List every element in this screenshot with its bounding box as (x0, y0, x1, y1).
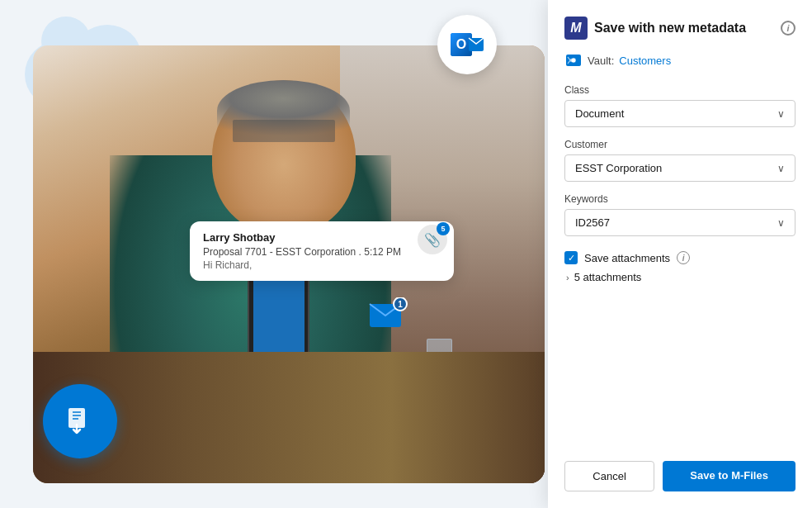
save-attachments-checkbox[interactable]: ✓ (564, 251, 578, 264)
left-content: O Larry Shotbay Proposal 7701 - ESST Cor… (0, 0, 548, 508)
save-button[interactable]: Save to M-Files (663, 461, 795, 491)
panel-title: Save with new metadata (594, 21, 774, 36)
envelope-badge: 1 (367, 297, 408, 330)
save-attachments-row: ✓ Save attachments i (564, 251, 795, 264)
customer-field-group: Customer ESST Corporation ∨ (564, 139, 795, 182)
svg-text:1: 1 (398, 300, 403, 309)
attachments-info-icon[interactable]: i (677, 251, 690, 264)
customer-select[interactable]: ESST Corporation ∨ (564, 154, 795, 182)
email-subject: Proposal 7701 - ESST Corporation . 5:12 … (203, 246, 441, 258)
email-preview: Hi Richard, (203, 259, 441, 271)
customer-label: Customer (564, 139, 795, 150)
m-files-logo: M (564, 17, 588, 40)
class-value: Document (575, 107, 624, 120)
customer-value: ESST Corporation (575, 162, 662, 174)
keywords-chevron-icon: ∨ (777, 217, 785, 229)
save-attachments-label: Save attachments (584, 252, 670, 264)
vault-row: Vault: Customers (564, 51, 795, 69)
attachments-count-row[interactable]: › 5 attachments (564, 271, 795, 283)
button-row: Cancel Save to M-Files (564, 461, 795, 491)
class-chevron-icon: ∨ (777, 108, 785, 120)
email-popup: Larry Shotbay Proposal 7701 - ESST Corpo… (190, 221, 454, 281)
email-sender: Larry Shotbay (203, 231, 441, 244)
outlook-icon: O (437, 15, 497, 74)
attachment-count-badge: 5 (437, 222, 450, 235)
attachments-chevron-icon: › (566, 273, 569, 282)
paperclip-badge: 📎 5 (418, 225, 447, 254)
customer-chevron-icon: ∨ (777, 163, 785, 174)
header-info-icon[interactable]: i (781, 21, 795, 36)
class-label: Class (564, 84, 795, 96)
keywords-select[interactable]: ID2567 ∨ (564, 209, 795, 236)
class-select[interactable]: Document ∨ (564, 100, 795, 127)
attachments-count: 5 attachments (574, 271, 642, 283)
vault-label: Vault: (588, 55, 614, 67)
right-panel: M Save with new metadata i Vault: Custom… (548, 0, 812, 508)
cancel-button[interactable]: Cancel (564, 461, 654, 491)
svg-text:O: O (456, 37, 466, 51)
keywords-field-group: Keywords ID2567 ∨ (564, 193, 795, 236)
vault-link[interactable]: Customers (619, 55, 671, 67)
download-circle (43, 384, 117, 458)
vault-icon (564, 51, 583, 69)
class-field-group: Class Document ∨ (564, 84, 795, 127)
keywords-label: Keywords (564, 193, 795, 205)
keywords-value: ID2567 (575, 216, 610, 229)
panel-header: M Save with new metadata i (564, 17, 795, 40)
